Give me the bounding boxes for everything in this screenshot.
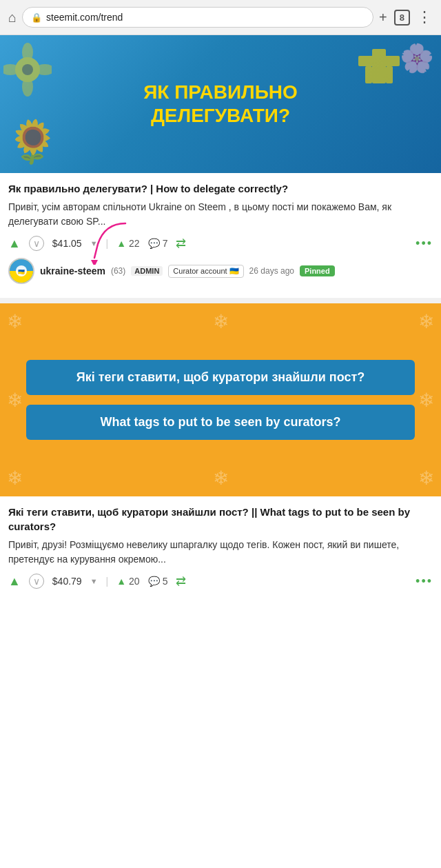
snowflake-3: ❄ — [7, 467, 23, 489]
svg-point-6 — [22, 43, 33, 62]
reward-dropdown-icon[interactable]: ▼ — [90, 239, 98, 248]
snowflake-2: ❄ — [418, 310, 434, 333]
hero-text: ЯК ПРАВИЛЬНО ДЕЛЕГУВАТИ? — [143, 81, 298, 127]
svg-point-7 — [22, 77, 33, 97]
separator-2: | — [106, 576, 109, 587]
svg-rect-2 — [365, 66, 372, 83]
more-button-1[interactable]: ••• — [416, 236, 433, 251]
post2-title[interactable]: Які теги ставити, щоб куратори знайшли п… — [8, 505, 433, 534]
post2-banner-1: Які теги ставити, щоб куратори знайшли п… — [26, 360, 414, 395]
post1-author-bar: 🇺🇦 ukraine-steem (63) ADMIN Curator acco… — [8, 258, 433, 284]
post2-banner-2: What tags to put to be seen by curators? — [26, 405, 414, 440]
curator-badge-text: Curator account — [173, 267, 227, 275]
upvote-button-1[interactable]: ▲ — [8, 236, 21, 251]
post2-votes[interactable]: ▲ 20 — [116, 576, 139, 587]
post1-author-avatar[interactable]: 🇺🇦 — [8, 258, 34, 284]
post2-excerpt[interactable]: Привіт, друзі! Розміщуємо невелику шпарг… — [8, 538, 433, 567]
post1-time: 26 days ago — [249, 266, 294, 276]
svg-point-5 — [22, 64, 33, 75]
separator-1: | — [106, 238, 109, 249]
tab-count[interactable]: 8 — [394, 10, 410, 26]
post1-author-name[interactable]: ukraine-steem — [40, 265, 105, 276]
votes-up-icon: ▲ — [116, 238, 126, 249]
lock-icon: 🔒 — [31, 12, 42, 23]
downvote-button-1[interactable]: ∨ — [29, 236, 44, 251]
post1-title[interactable]: Як правильно делегувати? | How to delega… — [8, 181, 433, 196]
svg-rect-3 — [386, 66, 393, 83]
snowflake-4: ❄ — [418, 467, 434, 489]
post2-image[interactable]: ❄ ❄ ❄ ❄ ❄ ❄ ❄ ❄ Які теги ставити, щоб ку… — [0, 303, 441, 496]
snowflake-5: ❄ — [213, 310, 229, 333]
content-area: 🌻 🌸 ЯК — [0, 35, 441, 604]
post1-pinned-badge: Pinned — [300, 265, 335, 276]
comments-count-1: 7 — [163, 238, 168, 249]
upvote-button-2[interactable]: ▲ — [8, 574, 21, 589]
comment-icon-2: 💬 — [148, 576, 160, 587]
repost-button-1[interactable]: ⇄ — [176, 236, 186, 251]
post1-hero-image[interactable]: 🌻 🌸 ЯК — [0, 35, 441, 173]
downvote-button-2[interactable]: ∨ — [29, 574, 44, 589]
snowflake-8: ❄ — [418, 389, 434, 412]
post1-admin-badge: ADMIN — [131, 266, 163, 276]
repost-button-2[interactable]: ⇄ — [176, 574, 186, 589]
url-bar[interactable]: 🔒 steemit.com/trend — [22, 7, 373, 28]
votes-count-1: 22 — [129, 238, 140, 249]
new-tab-icon[interactable]: + — [379, 10, 387, 26]
post1-reputation: (63) — [111, 266, 125, 276]
svg-text:🇺🇦: 🇺🇦 — [18, 268, 25, 275]
votes-up-icon-2: ▲ — [116, 576, 126, 587]
post-card-1: 🌻 🌸 ЯК — [0, 35, 441, 303]
reward-dropdown-icon-2[interactable]: ▼ — [90, 577, 98, 585]
browser-menu-icon[interactable]: ⋮ — [417, 8, 433, 26]
post2-reward[interactable]: $40.79 — [52, 576, 82, 587]
flower-decoration-right: 🌸 — [400, 42, 434, 74]
snowflake-1: ❄ — [7, 310, 23, 333]
post2-actions-bar: ▲ ∨ $40.79 ▼ | ▲ 20 💬 5 ⇄ ••• — [8, 574, 433, 589]
ukraine-flag-icon: 🇺🇦 — [229, 267, 239, 276]
flower-decoration: 🌻 — [7, 117, 59, 166]
post2-comments[interactable]: 💬 5 — [148, 576, 168, 587]
browser-bar: ⌂ 🔒 steemit.com/trend + 8 ⋮ — [0, 0, 441, 35]
votes-count-2: 20 — [129, 576, 140, 587]
post1-author-section: 🇺🇦 ukraine-steem (63) ADMIN Curator acco… — [8, 258, 433, 284]
svg-rect-1 — [358, 56, 400, 66]
post-card-2: ❄ ❄ ❄ ❄ ❄ ❄ ❄ ❄ Які теги ставити, щоб ку… — [0, 303, 441, 604]
snowflake-7: ❄ — [7, 389, 23, 412]
post1-curator-badge: Curator account 🇺🇦 — [168, 265, 243, 278]
post1-reward[interactable]: $41.05 — [52, 238, 82, 249]
post1-excerpt[interactable]: Привіт, усім авторам спільноти Ukraine o… — [8, 200, 433, 229]
post1-actions-bar: ▲ ∨ $41.05 ▼ | ▲ 22 💬 7 ⇄ ••• — [8, 236, 433, 251]
post1-votes[interactable]: ▲ 22 — [116, 238, 139, 249]
home-icon[interactable]: ⌂ — [8, 10, 17, 26]
url-text: steemit.com/trend — [46, 12, 365, 23]
more-button-2[interactable]: ••• — [416, 574, 433, 589]
comment-icon-1: 💬 — [148, 238, 160, 249]
browser-actions: + 8 ⋮ — [379, 8, 433, 26]
comments-count-2: 5 — [163, 576, 168, 587]
post1-comments[interactable]: 💬 7 — [148, 238, 168, 249]
snowflake-6: ❄ — [213, 467, 229, 489]
